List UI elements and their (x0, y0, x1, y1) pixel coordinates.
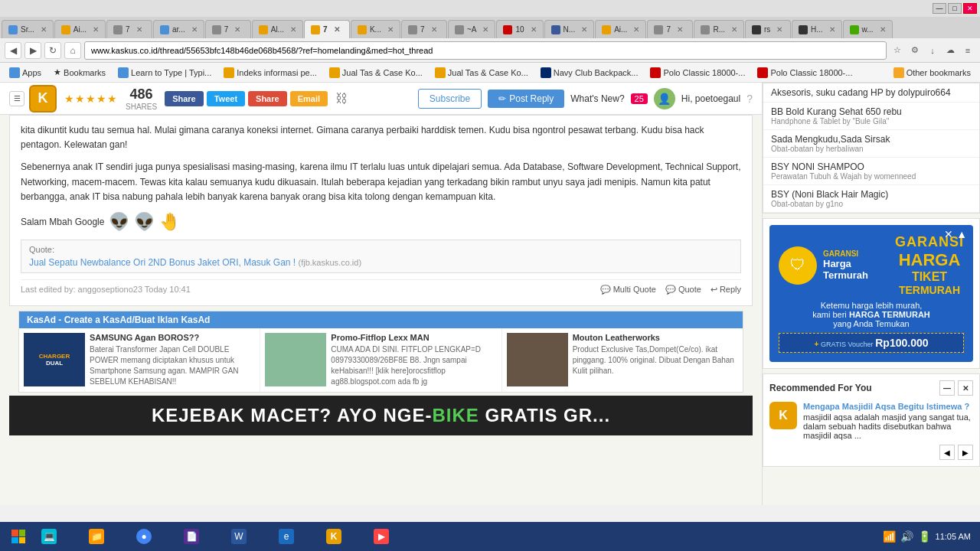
bookmark-learn-to-type[interactable]: Learn to Type | Typi... (113, 66, 216, 80)
multi-quote-link[interactable]: 💬 Multi Quote (600, 285, 656, 295)
sound-icon: 🔊 (900, 530, 913, 543)
maximize-btn[interactable]: □ (948, 3, 962, 14)
banner-text-2: BIKE (433, 405, 479, 425)
bookmark-tas1[interactable]: Jual Tas & Case Ko... (325, 66, 427, 80)
taskbar-kaskus-btn[interactable]: K (320, 524, 366, 549)
learn-icon (118, 67, 129, 78)
sidebar-item-1[interactable]: BB Bold Kurang Sehat 650 rebu Handphone … (763, 103, 979, 130)
bookmark-polo1[interactable]: Polo Classic 18000-... (645, 66, 750, 80)
home-btn[interactable]: ⌂ (64, 42, 81, 59)
taskbar-explorer-btn[interactable]: 📁 (83, 524, 129, 549)
download-icon[interactable]: ↓ (925, 43, 940, 58)
tab-8[interactable]: K...✕ (351, 20, 400, 38)
tab-2[interactable]: Ai...✕ (54, 20, 106, 38)
tab-3[interactable]: 7✕ (106, 20, 152, 38)
chain-link-icon[interactable]: ⛓ (335, 92, 348, 106)
recommended-header: Recommended For You — ✕ (769, 380, 973, 396)
rec-next-btn[interactable]: ▶ (958, 445, 973, 460)
sidebar-item-title-0: Aksesoris, suku cadang HP by dolypuiro66… (771, 87, 972, 98)
rec-minimize-btn[interactable]: — (939, 380, 955, 396)
rec-close-btn[interactable]: ✕ (958, 380, 973, 396)
quote-link[interactable]: Jual Sepatu Newbalance Ori 2ND Bonus Jak… (29, 257, 361, 268)
quote-link-action[interactable]: 💬 Quote (665, 285, 701, 295)
subscribe-btn[interactable]: Subscribe (418, 89, 482, 109)
share-fb-btn[interactable]: Share (165, 91, 204, 106)
bookmark-polo2[interactable]: Polo Classic 18000-... (753, 66, 857, 80)
kasad-ads: CHARGER DUAL SAMSUNG Agan BOROS?? Batera… (19, 328, 743, 392)
whats-new-link[interactable]: What's New? (570, 93, 624, 104)
taskbar-word-btn[interactable]: W (225, 524, 271, 549)
kasad-text-1: SAMSUNG Agan BOROS?? Baterai Transformer… (90, 333, 255, 387)
start-button[interactable] (3, 523, 34, 549)
sync-icon[interactable]: ☁ (942, 43, 958, 58)
taskbar-vs-btn[interactable]: 📄 (178, 524, 224, 549)
sidebar-item-2[interactable]: Sada Mengkudu,Sada Sirsak Obat-obatan by… (763, 130, 979, 158)
tab-6[interactable]: Al...✕ (252, 20, 303, 38)
forward-btn[interactable]: ▶ (24, 42, 41, 59)
header-left: ☰ K ★★★★★ 486 SHARES Share Tweet Share E… (9, 85, 348, 112)
bookmark-star-icon[interactable]: ☆ (890, 43, 905, 58)
tab-10[interactable]: ~A✕ (448, 20, 496, 38)
tab-15[interactable]: R...✕ (694, 20, 744, 38)
sidebar-ad: ✕ ▲ 🛡 GARANSI Harga Termurah GARANSI HA (763, 219, 979, 368)
tab-9[interactable]: 7✕ (401, 20, 447, 38)
site-header: ☰ K ★★★★★ 486 SHARES Share Tweet Share E… (0, 83, 762, 115)
back-btn[interactable]: ◀ (5, 42, 21, 59)
tab-17[interactable]: H...✕ (792, 20, 842, 38)
garansi-close-btn[interactable]: ✕ ▲ (944, 228, 967, 240)
bookmark-polo2-label: Polo Classic 18000-... (770, 68, 852, 77)
refresh-btn[interactable]: ↻ (44, 42, 61, 59)
sidebar: Aksesoris, suku cadang HP by dolypuiro66… (762, 83, 980, 505)
reply-link[interactable]: ↩ Reply (710, 285, 741, 295)
help-icon[interactable]: ? (746, 93, 753, 105)
plus-icon: + (814, 340, 818, 348)
extensions-icon[interactable]: ⚙ (907, 43, 923, 58)
sidebar-item-4[interactable]: BSY (Noni Black Hair Magic) Obat-obatan … (763, 185, 979, 213)
taskbar-wmp-btn[interactable]: ▶ (368, 524, 413, 549)
kasad-text-3: Mouton Leatherworks Product Exclusive Ta… (573, 333, 738, 387)
tab-1[interactable]: Sr...✕ (2, 20, 54, 38)
taskbar-ie-btn[interactable]: e (273, 524, 318, 549)
url-input[interactable]: www.kaskus.co.id/thread/55653bfc148b46de… (91, 46, 880, 55)
taskbar-search-btn[interactable]: 💻 (35, 524, 81, 549)
rec-prev-btn[interactable]: ◀ (939, 445, 955, 460)
share-gp-btn[interactable]: Share (248, 91, 287, 106)
menu-icon[interactable]: ≡ (960, 43, 975, 58)
tab-4[interactable]: ar...✕ (153, 20, 204, 38)
share-em-btn[interactable]: Email (290, 91, 328, 106)
taskbar-chrome-btn[interactable]: ● (130, 524, 176, 549)
notification-badge[interactable]: 25 (631, 93, 648, 104)
tab-18[interactable]: w...✕ (843, 20, 893, 38)
tab-13[interactable]: Ai...✕ (595, 20, 646, 38)
bookmark-apps-label: Apps (22, 68, 41, 77)
banner-text-3: GRATIS GR... (479, 405, 610, 425)
tab-12[interactable]: N...✕ (544, 20, 595, 38)
garansi-line1: Harga (823, 258, 889, 269)
tab-11[interactable]: 10✕ (496, 20, 543, 38)
share-tw-btn[interactable]: Tweet (207, 91, 245, 106)
address-bar[interactable]: www.kaskus.co.id/thread/55653bfc148b46de… (84, 41, 887, 60)
time-block: 11:05 AM (936, 532, 971, 541)
sidebar-item-0[interactable]: Aksesoris, suku cadang HP by dolypuiro66… (763, 83, 979, 103)
bookmark-other-label: Other bookmarks (906, 68, 971, 77)
sidebar-item-title-4: BSY (Noni Black Hair Magic) (771, 189, 972, 200)
minimize-btn[interactable]: — (933, 3, 946, 14)
bookmark-indeks[interactable]: Indeks informasi pe... (219, 66, 322, 80)
close-btn[interactable]: ✕ (963, 3, 977, 14)
bookmark-apps[interactable]: Apps (5, 66, 46, 80)
tab-5[interactable]: 7✕ (205, 20, 251, 38)
post-text-2: Sebenernya anak IT sendiri juga punya sp… (21, 160, 741, 204)
bookmark-other[interactable]: Other bookmarks (889, 66, 975, 80)
hamburger-menu[interactable]: ☰ (9, 91, 24, 106)
post-reply-btn[interactable]: ✏ Post Reply (488, 90, 564, 108)
taskbar-icon-search: 💻 (41, 529, 57, 544)
tab-16[interactable]: rs✕ (745, 20, 791, 38)
bookmark-navy[interactable]: Navy Club Backpack... (536, 66, 643, 80)
tab-14[interactable]: 7✕ (647, 20, 693, 38)
bookmark-bookmarks[interactable]: ★ Bookmarks (49, 66, 110, 79)
tab-7-active[interactable]: 7✕ (304, 20, 350, 38)
kasad-title-1: SAMSUNG Agan BOROS?? (90, 333, 255, 342)
sidebar-item-3[interactable]: BSY NONI SHAMPOO Perawatan Tubuh & Wajah… (763, 158, 979, 185)
rec-item-title[interactable]: Mengapa Masjidil Aqsa Begitu Istimewa ? (803, 402, 973, 411)
bookmark-tas2[interactable]: Jual Tas & Case Ko... (430, 66, 533, 80)
